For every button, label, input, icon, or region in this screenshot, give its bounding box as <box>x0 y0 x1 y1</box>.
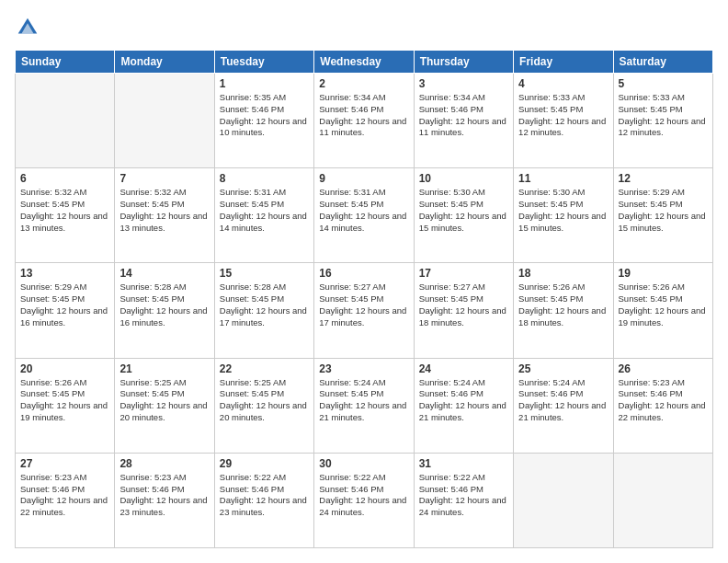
calendar-cell: 6Sunrise: 5:32 AMSunset: 5:45 PMDaylight… <box>16 168 115 263</box>
weekday-header-monday: Monday <box>115 51 214 74</box>
cell-info: Sunrise: 5:22 AMSunset: 5:46 PMDaylight:… <box>220 472 309 519</box>
weekday-header-saturday: Saturday <box>613 51 712 74</box>
day-number: 1 <box>220 77 309 90</box>
cell-info: Sunrise: 5:23 AMSunset: 5:46 PMDaylight:… <box>20 472 109 519</box>
calendar-cell: 23Sunrise: 5:24 AMSunset: 5:45 PMDayligh… <box>314 358 414 453</box>
day-number: 24 <box>419 362 508 375</box>
day-number: 8 <box>220 172 309 185</box>
calendar-cell: 26Sunrise: 5:23 AMSunset: 5:46 PMDayligh… <box>613 358 712 453</box>
day-number: 18 <box>518 267 608 280</box>
cell-info: Sunrise: 5:26 AMSunset: 5:45 PMDaylight:… <box>619 282 708 328</box>
weekday-header-tuesday: Tuesday <box>214 51 313 74</box>
calendar-cell: 14Sunrise: 5:28 AMSunset: 5:45 PMDayligh… <box>115 263 214 358</box>
weekday-header-friday: Friday <box>514 51 613 74</box>
calendar-cell: 24Sunrise: 5:24 AMSunset: 5:46 PMDayligh… <box>414 358 513 453</box>
calendar-cell <box>613 453 712 547</box>
day-number: 20 <box>20 362 109 375</box>
cell-info: Sunrise: 5:30 AMSunset: 5:45 PMDaylight:… <box>419 187 508 234</box>
day-number: 22 <box>220 362 309 375</box>
weekday-header-wednesday: Wednesday <box>314 51 414 74</box>
calendar-cell: 16Sunrise: 5:27 AMSunset: 5:45 PMDayligh… <box>314 263 414 358</box>
day-number: 19 <box>619 267 708 280</box>
cell-info: Sunrise: 5:33 AMSunset: 5:45 PMDaylight:… <box>619 92 708 139</box>
calendar-cell: 17Sunrise: 5:27 AMSunset: 5:45 PMDayligh… <box>414 263 513 358</box>
cell-info: Sunrise: 5:28 AMSunset: 5:45 PMDaylight:… <box>220 282 309 328</box>
week-row-4: 20Sunrise: 5:26 AMSunset: 5:45 PMDayligh… <box>16 358 713 453</box>
day-number: 7 <box>119 172 209 185</box>
cell-info: Sunrise: 5:29 AMSunset: 5:45 PMDaylight:… <box>619 187 708 234</box>
page: SundayMondayTuesdayWednesdayThursdayFrid… <box>0 0 728 563</box>
calendar-cell: 5Sunrise: 5:33 AMSunset: 5:45 PMDaylight… <box>613 74 712 168</box>
day-number: 9 <box>319 172 408 185</box>
calendar-cell <box>16 74 115 168</box>
logo <box>15 15 44 40</box>
day-number: 11 <box>518 172 608 185</box>
day-number: 25 <box>518 362 608 375</box>
cell-info: Sunrise: 5:31 AMSunset: 5:45 PMDaylight:… <box>319 187 408 234</box>
day-number: 21 <box>119 362 209 375</box>
cell-info: Sunrise: 5:34 AMSunset: 5:46 PMDaylight:… <box>419 92 508 139</box>
day-number: 30 <box>319 457 408 470</box>
calendar-cell: 4Sunrise: 5:33 AMSunset: 5:45 PMDaylight… <box>514 74 613 168</box>
week-row-3: 13Sunrise: 5:29 AMSunset: 5:45 PMDayligh… <box>16 263 713 358</box>
cell-info: Sunrise: 5:33 AMSunset: 5:45 PMDaylight:… <box>518 92 608 139</box>
cell-info: Sunrise: 5:29 AMSunset: 5:45 PMDaylight:… <box>20 282 109 328</box>
calendar-cell: 12Sunrise: 5:29 AMSunset: 5:45 PMDayligh… <box>613 168 712 263</box>
day-number: 26 <box>619 362 708 375</box>
cell-info: Sunrise: 5:35 AMSunset: 5:46 PMDaylight:… <box>220 92 309 139</box>
cell-info: Sunrise: 5:31 AMSunset: 5:45 PMDaylight:… <box>220 187 309 234</box>
day-number: 6 <box>20 172 109 185</box>
cell-info: Sunrise: 5:27 AMSunset: 5:45 PMDaylight:… <box>319 282 408 328</box>
week-row-2: 6Sunrise: 5:32 AMSunset: 5:45 PMDaylight… <box>16 168 713 263</box>
logo-icon <box>15 15 40 40</box>
day-number: 10 <box>419 172 508 185</box>
week-row-5: 27Sunrise: 5:23 AMSunset: 5:46 PMDayligh… <box>16 453 713 547</box>
calendar-cell <box>514 453 613 547</box>
day-number: 28 <box>119 457 209 470</box>
weekday-header-thursday: Thursday <box>414 51 513 74</box>
day-number: 4 <box>518 77 608 90</box>
cell-info: Sunrise: 5:26 AMSunset: 5:45 PMDaylight:… <box>518 282 608 328</box>
calendar-cell: 28Sunrise: 5:23 AMSunset: 5:46 PMDayligh… <box>115 453 214 547</box>
day-number: 12 <box>619 172 708 185</box>
day-number: 2 <box>319 77 408 90</box>
calendar-table: SundayMondayTuesdayWednesdayThursdayFrid… <box>15 50 713 548</box>
day-number: 13 <box>20 267 109 280</box>
cell-info: Sunrise: 5:23 AMSunset: 5:46 PMDaylight:… <box>119 472 209 519</box>
day-number: 29 <box>220 457 309 470</box>
calendar-cell: 11Sunrise: 5:30 AMSunset: 5:45 PMDayligh… <box>514 168 613 263</box>
day-number: 16 <box>319 267 408 280</box>
calendar-cell: 2Sunrise: 5:34 AMSunset: 5:46 PMDaylight… <box>314 74 414 168</box>
cell-info: Sunrise: 5:32 AMSunset: 5:45 PMDaylight:… <box>20 187 109 234</box>
cell-info: Sunrise: 5:22 AMSunset: 5:46 PMDaylight:… <box>319 472 408 519</box>
cell-info: Sunrise: 5:23 AMSunset: 5:46 PMDaylight:… <box>619 377 708 424</box>
day-number: 17 <box>419 267 508 280</box>
calendar-cell: 8Sunrise: 5:31 AMSunset: 5:45 PMDaylight… <box>214 168 313 263</box>
day-number: 27 <box>20 457 109 470</box>
day-number: 3 <box>419 77 508 90</box>
calendar-cell: 20Sunrise: 5:26 AMSunset: 5:45 PMDayligh… <box>16 358 115 453</box>
cell-info: Sunrise: 5:22 AMSunset: 5:46 PMDaylight:… <box>419 472 508 519</box>
calendar-cell: 19Sunrise: 5:26 AMSunset: 5:45 PMDayligh… <box>613 263 712 358</box>
calendar-cell: 30Sunrise: 5:22 AMSunset: 5:46 PMDayligh… <box>314 453 414 547</box>
cell-info: Sunrise: 5:24 AMSunset: 5:45 PMDaylight:… <box>319 377 408 424</box>
cell-info: Sunrise: 5:32 AMSunset: 5:45 PMDaylight:… <box>119 187 209 234</box>
day-number: 31 <box>419 457 508 470</box>
weekday-header-sunday: Sunday <box>16 51 115 74</box>
calendar-cell: 22Sunrise: 5:25 AMSunset: 5:45 PMDayligh… <box>214 358 313 453</box>
cell-info: Sunrise: 5:27 AMSunset: 5:45 PMDaylight:… <box>419 282 508 328</box>
cell-info: Sunrise: 5:25 AMSunset: 5:45 PMDaylight:… <box>119 377 209 424</box>
day-number: 15 <box>220 267 309 280</box>
cell-info: Sunrise: 5:24 AMSunset: 5:46 PMDaylight:… <box>419 377 508 424</box>
day-number: 23 <box>319 362 408 375</box>
calendar-cell: 1Sunrise: 5:35 AMSunset: 5:46 PMDaylight… <box>214 74 313 168</box>
calendar-cell: 15Sunrise: 5:28 AMSunset: 5:45 PMDayligh… <box>214 263 313 358</box>
day-number: 14 <box>119 267 209 280</box>
week-row-1: 1Sunrise: 5:35 AMSunset: 5:46 PMDaylight… <box>16 74 713 168</box>
calendar-cell: 27Sunrise: 5:23 AMSunset: 5:46 PMDayligh… <box>16 453 115 547</box>
calendar-cell: 3Sunrise: 5:34 AMSunset: 5:46 PMDaylight… <box>414 74 513 168</box>
day-number: 5 <box>619 77 708 90</box>
calendar-cell: 10Sunrise: 5:30 AMSunset: 5:45 PMDayligh… <box>414 168 513 263</box>
calendar-cell <box>115 74 214 168</box>
cell-info: Sunrise: 5:34 AMSunset: 5:46 PMDaylight:… <box>319 92 408 139</box>
